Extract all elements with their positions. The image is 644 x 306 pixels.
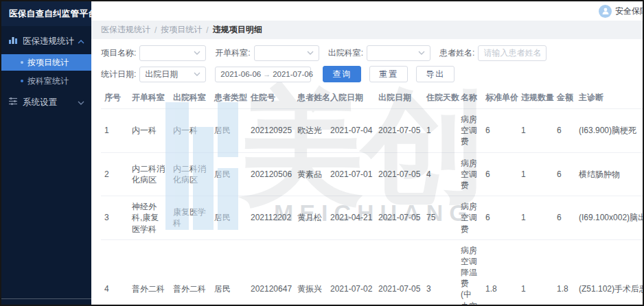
- export-button[interactable]: 导出: [416, 66, 455, 82]
- cell: 6: [553, 109, 575, 153]
- cell: 内二科消化病区: [128, 152, 170, 196]
- cell: 1: [518, 239, 553, 305]
- table-row[interactable]: 3 神经外科,康复医学科 康复医学科 居民 202112202 黄月松 2021…: [101, 196, 643, 240]
- cell: 6: [553, 152, 575, 196]
- top-header-bar: 安全保障: [91, 1, 643, 21]
- cell: 病房空调降温费(中央空调)加收: [457, 239, 482, 305]
- breadcrumb-item[interactable]: 医保违规统计: [101, 24, 150, 36]
- col-header[interactable]: 序号: [101, 87, 128, 109]
- bullet-dot-icon: [21, 80, 23, 82]
- cell: 普外二科: [128, 239, 170, 305]
- cell: 病房空调费: [457, 152, 482, 196]
- table-row[interactable]: 1 内一科 内一科 居民 202120925 欧达光 2021-07-04 20…: [101, 109, 643, 153]
- date-end-value: 2021-07-06: [273, 70, 313, 78]
- sidebar-item-system-settings[interactable]: 系统设置: [1, 91, 91, 113]
- chevron-up-icon: [78, 36, 84, 46]
- cell: 1: [518, 196, 553, 240]
- cell: 1: [518, 152, 553, 196]
- breadcrumb-separator: /: [154, 25, 157, 35]
- col-header[interactable]: 主诊断: [575, 87, 643, 109]
- cell: 2021-07-05: [375, 239, 423, 305]
- table-row[interactable]: 4 普外二科 普外二科 居民 202120647 黄振兴 2021-07-02 …: [101, 239, 643, 305]
- sidebar-subitem-label: 按项目统计: [27, 57, 69, 69]
- sidebar-item-violation-stats[interactable]: 医保违规统计: [1, 30, 91, 52]
- cell: 1.8: [482, 239, 518, 305]
- breadcrumb-item[interactable]: 按项目统计: [161, 24, 202, 36]
- cell: 2021-07-01: [327, 152, 375, 196]
- col-header[interactable]: 出院科室: [170, 87, 211, 109]
- chevron-down-icon: [418, 51, 425, 55]
- col-header[interactable]: 标准单价: [482, 87, 518, 109]
- col-header[interactable]: 住院天数: [423, 87, 457, 109]
- col-header[interactable]: 违规数量: [518, 87, 553, 109]
- cell: 居民: [211, 152, 247, 196]
- billing-dept-select[interactable]: [254, 45, 319, 61]
- sidebar-item-stats-by-project[interactable]: 按项目统计: [1, 54, 91, 71]
- table-row[interactable]: 2 内二科消化病区 内二科消化病区 居民 202120506 黄素品 2021-…: [101, 152, 643, 196]
- cell: 3: [423, 239, 457, 305]
- discharge-dept-select[interactable]: [367, 45, 430, 61]
- patient-name-label: 患者姓名:: [439, 47, 474, 59]
- col-header[interactable]: 住院号: [247, 87, 294, 109]
- project-name-select[interactable]: [139, 45, 206, 61]
- app-window: 医保自查自纠监管平台 医保违规统计 按项目统计 按科室统计: [0, 0, 644, 306]
- col-header[interactable]: 名称: [457, 87, 482, 109]
- breadcrumb-separator: /: [206, 25, 208, 35]
- table-header-row: 序号 开单科室 出院科室 患者类型 住院号 患者姓名 入院日期 出院日期 住院天…: [101, 87, 643, 109]
- cell: 2021-07-05: [375, 152, 423, 196]
- settings-sliders-icon: [8, 97, 18, 108]
- discharge-dept-label: 出院科室:: [328, 47, 363, 59]
- chevron-down-icon: [307, 51, 314, 55]
- stat-date-type-select[interactable]: 出院日期: [139, 67, 206, 82]
- project-name-label: 项目名称:: [101, 47, 136, 59]
- sidebar-item-stats-by-department[interactable]: 按科室统计: [1, 73, 91, 89]
- breadcrumb-current: 违规项目明细: [213, 24, 262, 36]
- cell: 2021-07-04: [327, 109, 375, 153]
- cell: (I69.100x002)脑出血恢复期: [575, 196, 643, 240]
- table-body: 1 内一科 内一科 居民 202120925 欧达光 2021-07-04 20…: [101, 109, 643, 305]
- cell: 病房空调费: [457, 109, 482, 153]
- col-header[interactable]: 患者类型: [211, 87, 247, 109]
- col-header[interactable]: 开单科室: [128, 87, 170, 109]
- cell: 3: [101, 196, 128, 240]
- cell: 普外二科: [170, 239, 211, 305]
- violation-detail-table: 序号 开单科室 出院科室 患者类型 住院号 患者姓名 入院日期 出院日期 住院天…: [101, 87, 643, 305]
- sidebar-footer-divider: [1, 298, 91, 303]
- table-header: 序号 开单科室 出院科室 患者类型 住院号 患者姓名 入院日期 出院日期 住院天…: [101, 87, 643, 109]
- date-range-picker[interactable]: 2021-06-06 → 2021-07-06: [215, 67, 311, 82]
- cell: 202120925: [247, 109, 294, 153]
- col-header[interactable]: 患者姓名: [294, 87, 327, 109]
- cell: 居民: [211, 239, 247, 305]
- cell: 4: [101, 239, 128, 305]
- user-menu[interactable]: 安全保障: [599, 5, 643, 18]
- cell: 1: [101, 109, 128, 153]
- user-name: 安全保障: [615, 5, 643, 17]
- cell: 黄月松: [294, 196, 327, 240]
- cell: 1: [518, 109, 553, 153]
- cell: (Z51.102)手术后恶性肿瘤化: [575, 239, 643, 305]
- cell: 横结肠肿物: [575, 152, 643, 196]
- cell: 6: [553, 196, 575, 240]
- filter-row-1: 项目名称: 开单科室: 出院科室: 患者姓名:: [101, 45, 633, 61]
- content-panel: 项目名称: 开单科室: 出院科室: 患者姓名:: [91, 39, 643, 305]
- col-header[interactable]: 金额: [553, 87, 575, 109]
- patient-name-input[interactable]: [483, 48, 541, 58]
- bullet-dot-icon: [21, 61, 23, 64]
- filter-form: 项目名称: 开单科室: 出院科室: 患者姓名:: [91, 39, 643, 82]
- cell: 1.8: [553, 239, 575, 305]
- patient-name-field-wrap: [478, 45, 547, 61]
- cell: 2021-07-05: [375, 196, 423, 240]
- col-header[interactable]: 出院日期: [375, 87, 423, 109]
- cell: 2021-04-21: [327, 196, 375, 240]
- cell: 黄素品: [294, 152, 327, 196]
- chevron-down-icon: [194, 72, 200, 76]
- cell: 6: [482, 196, 518, 240]
- app-title: 医保自查自纠监管平台: [1, 1, 91, 26]
- search-button[interactable]: 查询: [323, 66, 361, 82]
- cell: 内二科消化病区: [170, 152, 211, 196]
- cell: 内一科: [170, 109, 211, 153]
- cell: 病房空调费: [457, 196, 482, 240]
- cell: 6: [482, 152, 518, 196]
- col-header[interactable]: 入院日期: [327, 87, 375, 109]
- reset-button[interactable]: 重置: [369, 66, 408, 82]
